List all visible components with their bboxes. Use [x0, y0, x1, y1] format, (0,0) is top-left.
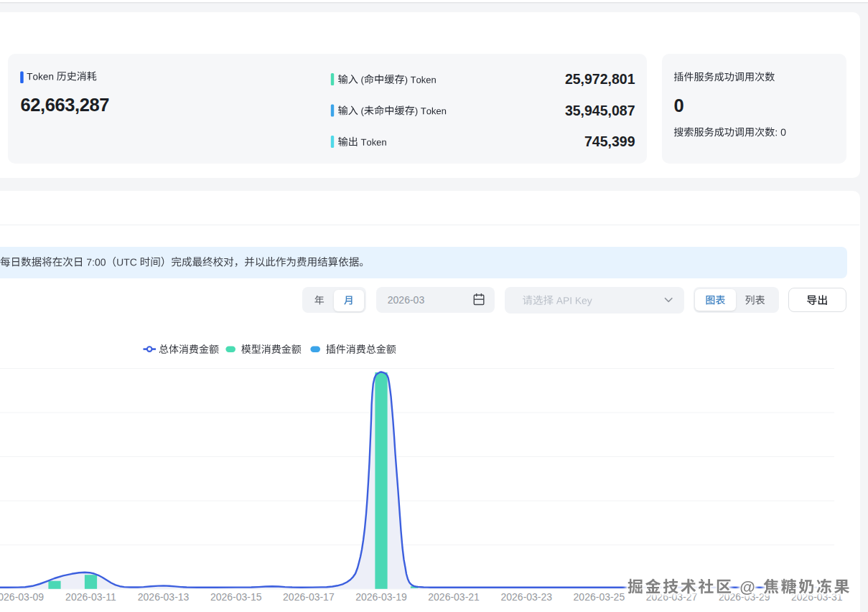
svg-text:2026-03-15: 2026-03-15: [210, 591, 262, 603]
svg-text:0: 0: [674, 95, 684, 116]
svg-text:2026-03-17: 2026-03-17: [283, 591, 335, 603]
svg-text:745,399: 745,399: [584, 133, 635, 149]
svg-text:2026-03-19: 2026-03-19: [355, 591, 407, 603]
svg-text:2026-03-11: 2026-03-11: [65, 591, 116, 603]
svg-text:2026-03-25: 2026-03-25: [574, 591, 625, 603]
svg-text:25,972,801: 25,972,801: [565, 71, 635, 87]
svg-text:2026-03-13: 2026-03-13: [138, 591, 190, 603]
svg-text:35,945,087: 35,945,087: [565, 103, 635, 118]
svg-text:2026-03-23: 2026-03-23: [500, 591, 552, 603]
svg-text:2026-03-21: 2026-03-21: [428, 591, 480, 603]
svg-text:2026-03-09: 2026-03-09: [0, 591, 44, 603]
svg-text:2026-03: 2026-03: [388, 294, 425, 306]
svg-text:62,663,287: 62,663,287: [21, 95, 110, 115]
